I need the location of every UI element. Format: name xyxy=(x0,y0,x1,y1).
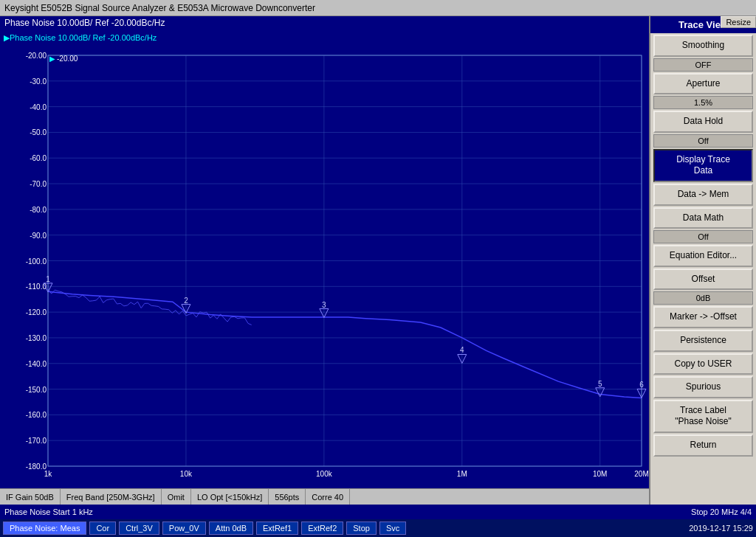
taskbar-item-7[interactable]: Stop xyxy=(346,522,377,535)
bottom-status-bar: IF Gain 50dBFreq Band [250M-3GHz]OmitLO … xyxy=(0,488,649,505)
taskbar-item-0[interactable]: Phase Noise: Meas xyxy=(3,522,86,535)
panel-btn-10[interactable]: Copy to USER xyxy=(650,353,756,375)
panel-btn-12[interactable]: Trace Label"Phase Noise" xyxy=(650,400,756,433)
phase-noise-left: Phase Noise Start 1 kHz xyxy=(4,507,93,516)
panel-btn-4[interactable]: Data -> Mem xyxy=(650,184,756,206)
panel-btn-label[interactable]: Aperture xyxy=(653,73,753,95)
taskbar-item-1[interactable]: Cor xyxy=(89,522,116,535)
title-text: Keysight E5052B Signal Source Analyzer &… xyxy=(4,3,315,13)
panel-btn-label[interactable]: Copy to USER xyxy=(653,353,753,375)
status-item: Omit xyxy=(162,489,191,505)
panel-btn-sub: Off xyxy=(653,230,753,243)
panel-btn-sub: Off xyxy=(653,134,753,148)
panel-btn-label[interactable]: Display TraceData xyxy=(653,149,753,182)
content-area: Phase Noise 10.00dB/ Ref -20.00dBc/Hz Ca… xyxy=(0,16,756,505)
title-bar: Keysight E5052B Signal Source Analyzer &… xyxy=(0,0,756,16)
status-item: Corre 40 xyxy=(306,489,350,505)
chart-area: Phase Noise 10.00dB/ Ref -20.00dBc/Hz Ca… xyxy=(0,16,649,505)
panel-btn-label[interactable]: Trace Label"Phase Noise" xyxy=(653,400,753,433)
status-item: LO Opt [<150kHz] xyxy=(191,489,269,505)
panel-btn-label[interactable]: Data -> Mem xyxy=(653,184,753,206)
phase-noise-chart xyxy=(0,30,649,488)
chart-title: Phase Noise 10.00dB/ Ref -20.00dBc/Hz xyxy=(4,18,165,28)
main-container: Phase Noise 10.00dB/ Ref -20.00dBc/Hz Ca… xyxy=(0,16,756,537)
panel-btn-label[interactable]: Spurious xyxy=(653,376,753,398)
panel-btn-sub: OFF xyxy=(653,58,753,72)
panel-btn-sub: 0dB xyxy=(653,291,753,305)
panel-btn-label[interactable]: Data Hold xyxy=(653,111,753,133)
panel-btn-3[interactable]: Display TraceData xyxy=(650,149,756,182)
panel-btn-label[interactable]: Offset xyxy=(653,268,753,291)
status-item: Freq Band [250M-3GHz] xyxy=(61,489,162,505)
status-item: IF Gain 50dB xyxy=(0,489,61,505)
panel-btn-label[interactable]: Equation Editor... xyxy=(653,245,753,267)
timestamp-display: 2019-12-17 15:29 xyxy=(689,524,753,533)
taskbar-item-4[interactable]: Attn 0dB xyxy=(209,522,253,535)
taskbar: Phase Noise: MeasCorCtrl_3VPow_0VAttn 0d… xyxy=(0,519,756,537)
right-panel: Trace View Resize SmoothingOFFAperture1.… xyxy=(649,16,756,505)
panel-btn-label[interactable]: Marker -> -Offset xyxy=(653,306,753,328)
panel-btn-5[interactable]: Data MathOff xyxy=(650,207,756,244)
panel-buttons-container: SmoothingOFFAperture1.5%Data HoldOffDisp… xyxy=(650,33,756,458)
taskbar-item-6[interactable]: ExtRef2 xyxy=(301,522,343,535)
panel-btn-9[interactable]: Persistence xyxy=(650,330,756,352)
taskbar-item-2[interactable]: Ctrl_3V xyxy=(119,522,159,535)
chart-canvas-wrapper: Carrier 1.000000127 GHz 6.3610 dBm 1:1 k… xyxy=(0,30,649,488)
status-item: 556pts xyxy=(269,489,306,505)
panel-btn-13[interactable]: Return xyxy=(650,434,756,457)
panel-btn-sub: 1.5% xyxy=(653,96,753,109)
panel-btn-label[interactable]: Smoothing xyxy=(653,35,753,57)
taskbar-item-3[interactable]: Pow_0V xyxy=(162,522,206,535)
taskbar-item-8[interactable]: Svc xyxy=(379,522,406,535)
panel-btn-8[interactable]: Marker -> -Offset xyxy=(650,306,756,328)
taskbar-item-5[interactable]: ExtRef1 xyxy=(256,522,298,535)
panel-btn-11[interactable]: Spurious xyxy=(650,376,756,398)
panel-btn-6[interactable]: Equation Editor... xyxy=(650,245,756,267)
panel-btn-label[interactable]: Persistence xyxy=(653,330,753,352)
panel-btn-label[interactable]: Data Math xyxy=(653,207,753,229)
panel-btn-label[interactable]: Return xyxy=(653,434,753,457)
phase-noise-right: Stop 20 MHz 4/4 xyxy=(691,507,752,516)
panel-btn-7[interactable]: Offset0dB xyxy=(650,268,756,305)
phase-noise-bar: Phase Noise Start 1 kHz Stop 20 MHz 4/4 xyxy=(0,505,756,519)
resize-button[interactable]: Resize xyxy=(721,16,756,28)
panel-btn-1[interactable]: Aperture1.5% xyxy=(650,73,756,110)
panel-btn-0[interactable]: SmoothingOFF xyxy=(650,35,756,72)
panel-btn-2[interactable]: Data HoldOff xyxy=(650,111,756,148)
chart-header: Phase Noise 10.00dB/ Ref -20.00dBc/Hz xyxy=(0,16,649,30)
